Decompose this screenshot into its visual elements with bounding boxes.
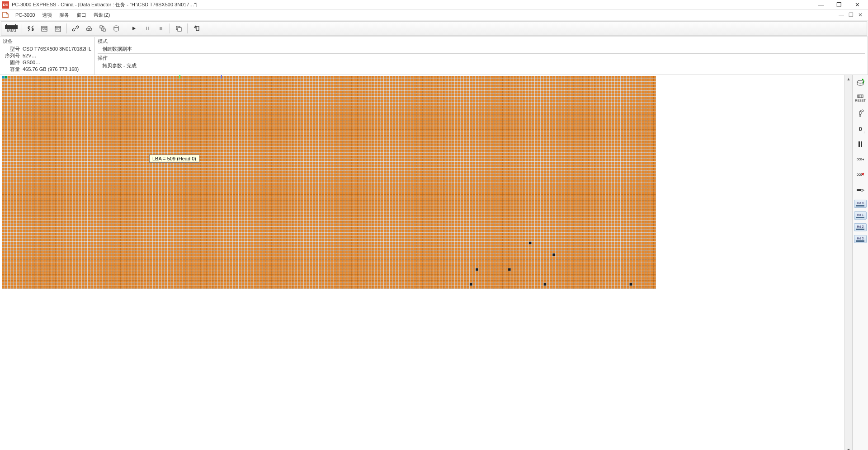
link-button[interactable] xyxy=(69,23,82,34)
operation-header: 操作 xyxy=(98,55,865,62)
info-row: 设备 型号CSD T76SX500 3N0170182HL 序列号52V… 固件… xyxy=(0,37,868,75)
lba-tooltip: LBA = 509 (Head 0) xyxy=(149,155,199,163)
titlebar: DE PC-3000 EXPRESS - China - [Data Extra… xyxy=(0,0,868,10)
zero-button[interactable]: 0↓ xyxy=(854,123,866,135)
menubar: PC-3000 选项 服务 窗口 帮助(Z) — ❐ ✕ xyxy=(0,10,868,20)
firmware-value: GS00… xyxy=(23,59,40,66)
svg-text:500: 500 xyxy=(42,28,47,31)
vertical-scrollbar[interactable]: ▲ ▼ xyxy=(845,75,853,450)
mdi-minimize[interactable]: — xyxy=(839,12,844,18)
toolbar: SATA3 500 500 xyxy=(1,21,867,36)
svg-rect-27 xyxy=(857,189,861,191)
menu-options[interactable]: 选项 xyxy=(38,11,56,19)
process-button[interactable] xyxy=(96,23,109,34)
copy-button[interactable] xyxy=(172,23,185,34)
menu-services[interactable]: 服务 xyxy=(56,11,73,19)
calendar2-button[interactable]: 500 xyxy=(52,23,64,34)
svg-rect-15 xyxy=(178,28,181,31)
menu-help[interactable]: 帮助(Z) xyxy=(90,11,113,19)
svg-rect-9 xyxy=(103,29,105,31)
menu-window[interactable]: 窗口 xyxy=(73,11,90,19)
serial-label: 序列号 xyxy=(3,52,23,59)
head0-button[interactable]: Hd 0 xyxy=(854,200,867,208)
svg-text:000: 000 xyxy=(857,158,862,161)
svg-text:000: 000 xyxy=(857,173,862,176)
connector-button[interactable] xyxy=(854,108,866,119)
stop-button[interactable] xyxy=(155,23,167,34)
toolbar-container: SATA3 500 500 xyxy=(0,20,868,37)
mdi-doc-icon xyxy=(2,11,9,19)
svg-rect-12 xyxy=(148,27,149,30)
operation-value: 拷贝参数 - 完成 xyxy=(98,62,137,69)
clear-data-button[interactable]: 000 xyxy=(854,169,866,181)
svg-point-6 xyxy=(86,28,89,31)
scroll-up-icon[interactable]: ▲ xyxy=(845,75,852,83)
minimize-button[interactable]: — xyxy=(812,0,830,9)
mode-header: 模式 xyxy=(98,38,865,46)
data-out-button[interactable]: 000 xyxy=(854,154,866,165)
play-button[interactable] xyxy=(127,23,140,34)
model-label: 型号 xyxy=(3,46,23,52)
window-controls: — ❐ ✕ xyxy=(812,0,866,9)
head3-button[interactable]: Hd 3 xyxy=(854,235,867,243)
svg-point-7 xyxy=(89,28,92,31)
head2-button[interactable]: Hd 2 xyxy=(854,223,867,231)
svg-rect-8 xyxy=(100,26,102,28)
binoculars-button[interactable] xyxy=(83,23,95,34)
window-title: PC-3000 EXPRESS - China - [Data Extracto… xyxy=(12,1,812,8)
serial-value: 52V… xyxy=(23,52,37,59)
mode-panel: 模式 创建数据副本 操作 拷贝参数 - 完成 xyxy=(95,37,868,75)
pause2-button[interactable] xyxy=(854,138,866,150)
svg-point-17 xyxy=(857,80,863,83)
calendar-button[interactable]: 500 xyxy=(38,23,51,34)
close-button[interactable]: ✕ xyxy=(848,0,866,9)
mdi-restore[interactable]: ❐ xyxy=(849,12,854,18)
database-button[interactable] xyxy=(110,23,123,34)
pause-button[interactable] xyxy=(141,23,154,34)
svg-point-22 xyxy=(862,110,863,112)
maximize-button[interactable]: ❐ xyxy=(830,0,848,9)
scroll-track[interactable] xyxy=(845,83,852,446)
sata-port-button[interactable]: SATA3 xyxy=(3,23,19,34)
refresh-disk-button[interactable] xyxy=(854,77,866,89)
sector-map[interactable] xyxy=(0,75,656,450)
firmware-label: 固件 xyxy=(3,59,23,66)
scroll-down-icon[interactable]: ▼ xyxy=(845,446,852,450)
right-sidebar: RESET 0↓ 000 000 Hd 0 Hd 1 Hd 2 Hd 3 xyxy=(853,75,868,450)
tools-button[interactable] xyxy=(24,23,37,34)
menu-pc3000[interactable]: PC-3000 xyxy=(12,11,38,19)
sector-map-wrap: LBA = 509 (Head 0) xyxy=(0,75,845,450)
head1-button[interactable]: Hd 1 xyxy=(854,211,867,220)
device-header: 设备 xyxy=(3,38,92,46)
model-value: CSD T76SX500 3N0170182HL xyxy=(23,46,91,52)
reset-button[interactable]: RESET xyxy=(854,92,866,104)
svg-rect-11 xyxy=(146,27,147,30)
device-panel: 设备 型号CSD T76SX500 3N0170182HL 序列号52V… 固件… xyxy=(0,37,95,75)
main-area: LBA = 509 (Head 0) ▲ ▼ RESET 0↓ 000 000 … xyxy=(0,75,868,450)
svg-point-16 xyxy=(195,26,196,27)
svg-rect-23 xyxy=(859,141,860,147)
app-icon: DE xyxy=(2,1,9,9)
capacity-label: 容量 xyxy=(3,66,23,73)
capacity-value: 465.76 GB (976 773 168) xyxy=(23,66,79,73)
svg-point-10 xyxy=(114,26,118,28)
mdi-controls: — ❐ ✕ xyxy=(839,12,866,18)
svg-rect-13 xyxy=(160,27,162,30)
mode-value: 创建数据副本 xyxy=(98,46,132,52)
svg-rect-24 xyxy=(861,141,862,147)
connector2-button[interactable] xyxy=(854,184,866,196)
exit-button[interactable] xyxy=(190,23,203,34)
mdi-close[interactable]: ✕ xyxy=(858,12,863,18)
